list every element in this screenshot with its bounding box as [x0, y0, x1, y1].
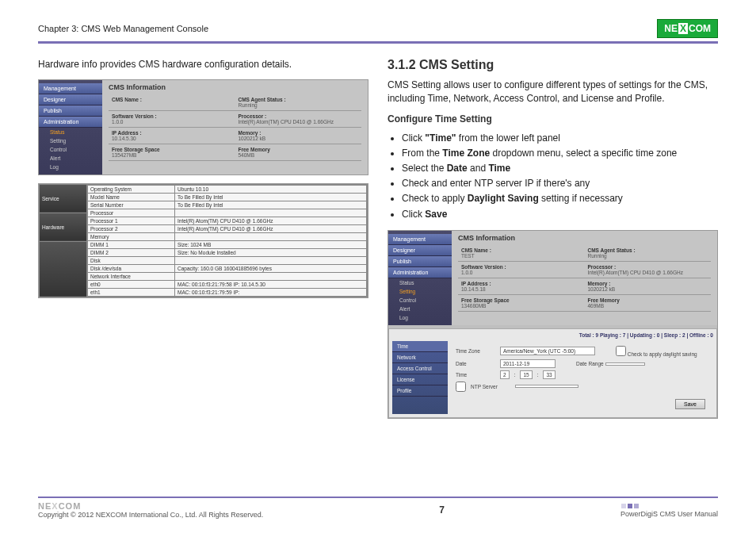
sub-setting[interactable]: Setting [39, 136, 102, 145]
nav2-administration[interactable]: Administration [388, 267, 452, 278]
info-cell: IP Address :10.14.5.30 [109, 128, 235, 144]
tab-access-control[interactable]: Access Control [392, 363, 448, 374]
screenshot-cms-setting: Management Designer Publish Administrati… [388, 230, 718, 419]
nav-designer[interactable]: Designer [39, 94, 102, 105]
info-cell: Software Version :1.0.0 [109, 111, 235, 128]
ntp-input[interactable] [515, 385, 578, 388]
info-cell: Processor :Intel(R) Atom(TM) CPU D410 @ … [235, 111, 362, 128]
table-row: Model NameTo Be Filled By Intel [88, 193, 367, 201]
table-row: Serial NumberTo Be Filled By Intel [88, 201, 367, 209]
date-input[interactable]: 2011-12-19 [500, 359, 556, 368]
table-row: DIMM 2Size: No Module Installed [88, 248, 367, 256]
info-cell: Processor :Intel(R) Atom(TM) CPU D410 @ … [585, 262, 712, 278]
subsection-heading: Configure Time Setting [388, 113, 718, 125]
time-m[interactable]: 15 [520, 370, 532, 379]
table-row: Operating SystemUbuntu 10.10 [88, 185, 367, 193]
date-label: Date [456, 361, 495, 366]
nav2-publish[interactable]: Publish [388, 256, 452, 267]
ss2-title: CMS Information [458, 234, 711, 242]
sub2-log[interactable]: Log [388, 313, 452, 322]
list-item: Check and enter NTP server IP if there's… [402, 176, 718, 191]
list-item: From the Time Zone dropdown menu, select… [402, 146, 718, 161]
nav-administration[interactable]: Administration [39, 117, 102, 128]
screenshot-hardware: ServiceOperating SystemUbuntu 10.10Model… [38, 183, 368, 298]
hw-tab-service[interactable]: Service [40, 184, 87, 213]
tab-profile[interactable]: Profile [392, 385, 448, 397]
manual-name: PowerDigiS CMS User Manual [620, 510, 718, 518]
right-column: 3.1.2 CMS Setting CMS Setting allows use… [388, 58, 718, 427]
footer-decoration [620, 502, 640, 510]
ntp-checkbox[interactable] [456, 382, 466, 392]
list-item: Click Save [402, 207, 718, 222]
table-row: Processor 1Intel(R) Atom(TM) CPU D410 @ … [88, 217, 367, 224]
info-cell: Free Memory469MB [585, 295, 712, 312]
sub2-status[interactable]: Status [388, 278, 452, 287]
ss1-sidebar: Management Designer Publish Administrati… [39, 80, 102, 174]
page-header: Chapter 3: CMS Web Management Console NE… [38, 19, 718, 44]
sub2-alert[interactable]: Alert [388, 305, 452, 313]
table-row: eth0MAC: 00:10:f3:21:79:58 IP: 10.14.5.3… [88, 280, 367, 288]
info-cell: Memory :1020212 kB [235, 128, 362, 144]
list-item: Select the Date and Time [402, 161, 718, 176]
table-row: DIMM 1Size: 1024 MB [88, 240, 367, 248]
time-h[interactable]: 2 [500, 370, 510, 379]
tab-license[interactable]: License [392, 374, 448, 385]
info-cell: CMS Name : [109, 94, 235, 111]
screenshot-cms-info: Management Designer Publish Administrati… [38, 79, 368, 175]
instruction-list: Click "Time" from the lower left panelFr… [388, 131, 718, 222]
info-cell: CMS Agent Status :Running [585, 245, 712, 262]
list-item: Check to apply Daylight Saving setting i… [402, 191, 718, 206]
date-range-label: Date Range [576, 361, 604, 366]
page-number: 7 [439, 504, 445, 516]
ss1-title: CMS Information [109, 83, 361, 91]
timezone-select[interactable]: America/New_York (UTC -5:00) [500, 347, 595, 355]
sub-control[interactable]: Control [39, 145, 102, 154]
table-row: Memory [88, 232, 367, 240]
nexcom-logo: NEXCOM [657, 19, 718, 38]
intro-text: Hardware info provides CMS hardware conf… [38, 58, 368, 71]
sub2-setting[interactable]: Setting [388, 287, 452, 296]
info-cell: Free Memory540MB [235, 144, 362, 161]
nav-management[interactable]: Management [39, 83, 102, 94]
time-s[interactable]: 33 [543, 370, 555, 379]
nav2-designer[interactable]: Designer [388, 245, 452, 256]
table-row: Processor [88, 209, 367, 217]
table-row: Processor 2Intel(R) Atom(TM) CPU D410 @ … [88, 224, 367, 232]
section-heading: 3.1.2 CMS Setting [388, 58, 718, 72]
copyright: Copyright © 2012 NEXCOM International Co… [38, 511, 263, 519]
daylight-checkbox[interactable] [616, 346, 626, 356]
info-cell: CMS Agent Status :Running [235, 94, 362, 111]
info-cell: CMS Name :TEST [458, 245, 585, 262]
chapter-title: Chapter 3: CMS Web Management Console [38, 24, 208, 33]
tab-time[interactable]: Time [392, 341, 448, 352]
info-cell: Free Storage Space134680MB [458, 295, 585, 312]
sub2-control[interactable]: Control [388, 296, 452, 305]
table-row: eth1MAC: 00:10:f3:21:79:59 IP: [88, 288, 367, 296]
page-footer: NEXCOM Copyright © 2012 NEXCOM Internati… [38, 497, 718, 519]
info-cell: Software Version :1.0.0 [458, 262, 585, 278]
sub-status[interactable]: Status [39, 128, 102, 136]
sub-alert[interactable]: Alert [39, 154, 102, 163]
section-para: CMS Setting allows user to configure dif… [388, 79, 718, 105]
left-column: Hardware info provides CMS hardware conf… [38, 58, 368, 427]
save-button[interactable]: Save [675, 399, 705, 409]
info-cell: Free Storage Space135427MB [109, 144, 235, 161]
info-cell: Memory :1020212 kB [585, 278, 712, 295]
list-item: Click "Time" from the lower left panel [402, 131, 718, 146]
tz-label: Time Zone [456, 348, 495, 354]
tab-network[interactable]: Network [392, 352, 448, 363]
info-cell: IP Address :10.14.5.18 [458, 278, 585, 295]
date-range-input[interactable] [605, 362, 645, 366]
table-row: Network Interface [88, 272, 367, 280]
nav2-management[interactable]: Management [388, 234, 452, 245]
nav-publish[interactable]: Publish [39, 105, 102, 117]
stats-bar: Total : 9 Playing : 7 | Updating : 0 | S… [392, 332, 713, 338]
sub-log[interactable]: Log [39, 163, 102, 171]
footer-logo: NEXCOM [38, 501, 263, 511]
table-row: Disk /dev/sdaCapacity: 160.0 GB 16004188… [88, 264, 367, 272]
hw-tab-hardware[interactable]: Hardware [40, 213, 87, 241]
ntp-label: NTP Server [471, 384, 510, 389]
time-label: Time [456, 372, 495, 378]
table-row: Disk [88, 256, 367, 264]
